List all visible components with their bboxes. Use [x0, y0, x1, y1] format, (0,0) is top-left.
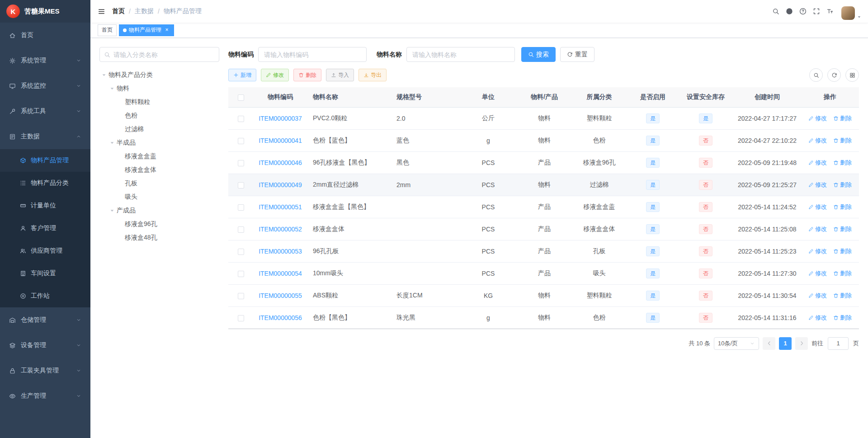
row-edit-button[interactable]: 修改	[808, 114, 827, 122]
tree-node[interactable]: 色粉	[99, 109, 219, 122]
name-filter-input[interactable]	[406, 47, 515, 62]
row-delete-button[interactable]: 删除	[833, 137, 852, 145]
sidebar-item-supplier-mgmt[interactable]: 供应商管理	[0, 240, 90, 262]
material-code-link[interactable]: ITEM00000051	[259, 203, 302, 211]
sidebar-item-system-tools[interactable]: 系统工具	[0, 99, 90, 124]
refresh-table-button[interactable]	[827, 68, 841, 82]
navbar-question-button[interactable]	[796, 0, 810, 23]
row-checkbox[interactable]	[238, 293, 244, 299]
sidebar-item-master-data[interactable]: 主数据	[0, 124, 90, 149]
delete-button[interactable]: 删除	[293, 69, 321, 81]
row-checkbox[interactable]	[238, 138, 244, 144]
row-edit-button[interactable]: 修改	[808, 225, 827, 233]
navbar-search-button[interactable]	[769, 0, 783, 23]
material-code-link[interactable]: ITEM00000041	[259, 137, 302, 144]
select-all-checkbox[interactable]	[238, 94, 244, 101]
tree-node[interactable]: 半成品	[99, 136, 219, 150]
material-code-link[interactable]: ITEM00000055	[259, 292, 302, 299]
material-code-link[interactable]: ITEM00000056	[259, 314, 302, 321]
row-checkbox[interactable]	[238, 226, 244, 233]
tree-node[interactable]: 移液盒96孔	[99, 217, 219, 231]
sidebar-item-home[interactable]: 首页	[0, 23, 90, 48]
edit-button[interactable]: 修改	[261, 69, 289, 81]
prev-page-button[interactable]	[763, 337, 775, 350]
row-edit-button[interactable]: 修改	[808, 137, 827, 145]
tab-home[interactable]: 首页	[98, 24, 117, 36]
row-checkbox[interactable]	[238, 160, 244, 166]
breadcrumb-item[interactable]: 首页	[112, 7, 125, 15]
material-code-link[interactable]: ITEM00000054	[259, 270, 302, 277]
sidebar-item-measure-unit[interactable]: 计量单位	[0, 194, 90, 217]
close-icon[interactable]: ×	[164, 27, 170, 33]
sidebar-item-workshop-setting[interactable]: 车间设置	[0, 262, 90, 285]
import-button[interactable]: 导入	[326, 69, 354, 81]
row-delete-button[interactable]: 删除	[833, 225, 852, 233]
category-search-input[interactable]	[99, 47, 219, 62]
tree-node[interactable]: 吸头	[99, 190, 219, 204]
row-delete-button[interactable]: 删除	[833, 314, 852, 322]
tree-node[interactable]: 塑料颗粒	[99, 95, 219, 109]
row-checkbox[interactable]	[238, 204, 244, 211]
export-button[interactable]: 导出	[359, 69, 387, 81]
row-delete-button[interactable]: 删除	[833, 247, 852, 255]
row-checkbox[interactable]	[238, 249, 244, 255]
sidebar-item-production-mgmt[interactable]: 生产管理	[0, 383, 90, 409]
navbar-fullscreen-button[interactable]	[810, 0, 823, 23]
material-code-link[interactable]: ITEM00000049	[259, 181, 302, 188]
tree-node[interactable]: 移液盒盒盖	[99, 150, 219, 163]
tree-node[interactable]: 产成品	[99, 204, 219, 217]
row-edit-button[interactable]: 修改	[808, 314, 827, 322]
sidebar-item-system-admin[interactable]: 系统管理	[0, 48, 90, 73]
page-1-button[interactable]: 1	[779, 337, 792, 350]
toggle-search-button[interactable]	[809, 68, 823, 82]
app-logo[interactable]: K 苦糖果MES	[0, 0, 90, 23]
user-menu[interactable]	[841, 3, 862, 20]
sidebar-toggle-button[interactable]	[90, 0, 112, 23]
tree-node[interactable]: 孔板	[99, 177, 219, 190]
row-checkbox[interactable]	[238, 315, 244, 321]
row-edit-button[interactable]: 修改	[808, 247, 827, 255]
sidebar-item-fixture-mgmt[interactable]: 工装夹具管理	[0, 358, 90, 383]
material-code-link[interactable]: ITEM00000052	[259, 226, 302, 233]
goto-page-input[interactable]	[828, 337, 849, 350]
add-button[interactable]: 新增	[228, 69, 256, 81]
material-code-link[interactable]: ITEM00000053	[259, 248, 302, 255]
sidebar-item-warehouse-mgmt[interactable]: 仓储管理	[0, 307, 90, 333]
row-delete-button[interactable]: 删除	[833, 159, 852, 167]
row-delete-button[interactable]: 删除	[833, 269, 852, 278]
material-code-link[interactable]: ITEM00000037	[259, 115, 302, 122]
tree-node[interactable]: 过滤棉	[99, 122, 219, 136]
sidebar-item-customer-mgmt[interactable]: 客户管理	[0, 217, 90, 240]
tab-material-product-mgmt[interactable]: 物料产品管理 ×	[119, 24, 174, 36]
sidebar-item-material-product-category[interactable]: 物料产品分类	[0, 172, 90, 194]
code-filter-input[interactable]	[258, 47, 367, 62]
column-settings-button[interactable]	[845, 68, 859, 82]
page-size-select[interactable]: 10条/页	[714, 337, 759, 350]
search-button[interactable]: 搜索	[521, 47, 556, 62]
row-delete-button[interactable]: 删除	[833, 292, 852, 300]
navbar-font-size-button[interactable]	[823, 0, 837, 23]
row-delete-button[interactable]: 删除	[833, 114, 852, 122]
material-code-link[interactable]: ITEM00000046	[259, 159, 302, 166]
row-checkbox[interactable]	[238, 116, 244, 122]
row-edit-button[interactable]: 修改	[808, 203, 827, 211]
row-edit-button[interactable]: 修改	[808, 181, 827, 189]
row-delete-button[interactable]: 删除	[833, 203, 852, 211]
tree-node[interactable]: 物料及产品分类	[99, 68, 219, 82]
sidebar-item-equipment-mgmt[interactable]: 设备管理	[0, 333, 90, 358]
next-page-button[interactable]	[795, 337, 808, 350]
reset-button[interactable]: 重置	[560, 47, 594, 62]
row-edit-button[interactable]: 修改	[808, 269, 827, 278]
row-delete-button[interactable]: 删除	[833, 181, 852, 189]
tree-node[interactable]: 移液盒盒体	[99, 163, 219, 177]
row-edit-button[interactable]: 修改	[808, 292, 827, 300]
sidebar-item-material-product-mgmt[interactable]: 物料产品管理	[0, 149, 90, 172]
navbar-github-button[interactable]	[783, 0, 796, 23]
sidebar-item-system-monitor[interactable]: 系统监控	[0, 73, 90, 99]
row-checkbox[interactable]	[238, 182, 244, 188]
row-edit-button[interactable]: 修改	[808, 159, 827, 167]
tree-node[interactable]: 移液盒48孔	[99, 231, 219, 245]
tree-node[interactable]: 物料	[99, 82, 219, 95]
sidebar-item-workstation[interactable]: 工作站	[0, 285, 90, 307]
row-checkbox[interactable]	[238, 271, 244, 277]
